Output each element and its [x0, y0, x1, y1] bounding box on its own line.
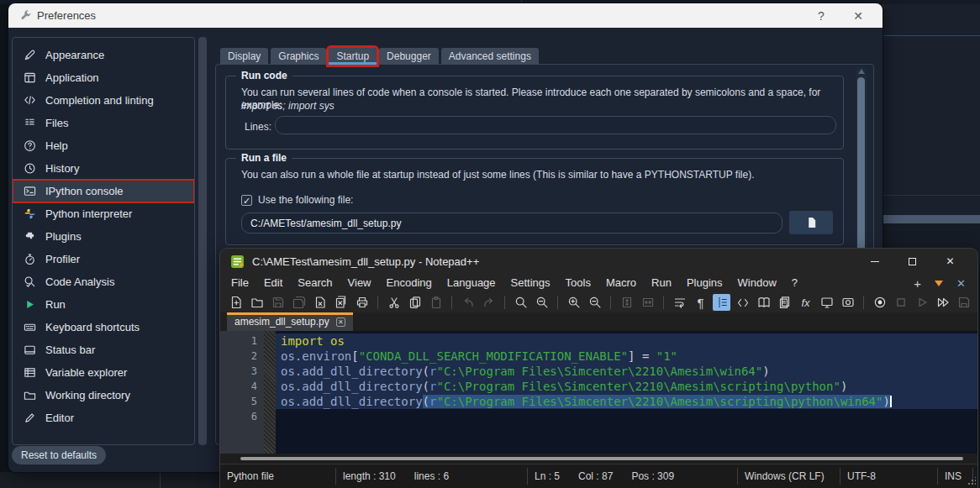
- document-map-icon[interactable]: [755, 294, 772, 311]
- menu-run[interactable]: Run: [644, 274, 679, 292]
- sidebar-item-variable-explorer[interactable]: Variable explorer: [13, 361, 194, 384]
- indent-guide-icon[interactable]: [713, 294, 730, 311]
- dialog-help-button[interactable]: ?: [812, 8, 830, 24]
- plugins-icon: [23, 229, 37, 244]
- horizontal-scrollbar-track[interactable]: [220, 454, 977, 464]
- sidebar-item-label: Editor: [45, 412, 74, 424]
- sidebar-item-editor[interactable]: Editor: [13, 407, 194, 429]
- doc-switcher-icon[interactable]: [839, 294, 856, 311]
- sidebar-item-completion[interactable]: Completion and linting: [13, 89, 194, 112]
- sidebar-item-run[interactable]: Run: [13, 293, 194, 316]
- sidebar-item-appearance[interactable]: Appearance: [13, 44, 194, 66]
- sync-v-scroll-icon: [618, 294, 635, 311]
- preferences-sidebar: AppearanceApplicationCompletion and lint…: [12, 37, 195, 445]
- sidebar-item-application[interactable]: Application: [13, 66, 194, 89]
- status-line: Ln : 5: [535, 468, 560, 485]
- macro-run-multiple-icon[interactable]: [934, 294, 951, 311]
- zoom-in-icon[interactable]: [565, 294, 582, 311]
- status-eol-format[interactable]: Windows (CR LF): [745, 468, 825, 485]
- show-all-chars-icon[interactable]: ¶: [692, 294, 709, 311]
- tab-close-button[interactable]: ✕: [956, 277, 966, 290]
- horizontal-scrollbar-thumb[interactable]: [240, 457, 963, 460]
- replace-icon[interactable]: [533, 294, 551, 311]
- status-position: Pos : 309: [631, 468, 674, 485]
- menu-language[interactable]: Language: [440, 274, 503, 292]
- menu-tools[interactable]: Tools: [558, 274, 598, 292]
- code-line-6: [276, 409, 977, 424]
- menu-edit[interactable]: Edit: [256, 274, 290, 292]
- cut-icon[interactable]: [385, 294, 403, 311]
- use-file-checkbox[interactable]: ✓: [241, 195, 252, 206]
- wrench-icon: [19, 9, 32, 22]
- run-code-example: import os; import sys: [241, 100, 335, 112]
- find-icon[interactable]: [512, 294, 530, 311]
- menu-plugins[interactable]: Plugins: [679, 274, 730, 292]
- menu-macro[interactable]: Macro: [598, 274, 644, 292]
- sidebar-item-profiler[interactable]: Profiler: [13, 248, 194, 270]
- dialog-close-button[interactable]: ✕: [849, 8, 867, 24]
- menu-encoding[interactable]: Encoding: [379, 274, 440, 292]
- tab-debugger[interactable]: Debugger: [379, 48, 439, 65]
- startup-file-path-input[interactable]: [241, 213, 782, 234]
- menu-settings[interactable]: Settings: [503, 274, 558, 292]
- history-icon: [23, 161, 37, 176]
- sidebar-item-files[interactable]: Files: [13, 112, 194, 134]
- browse-file-button[interactable]: [789, 211, 833, 234]
- word-wrap-icon[interactable]: [671, 294, 688, 311]
- menu-window[interactable]: Window: [730, 274, 784, 292]
- notepad-titlebar[interactable]: C:\AMETest\amesim_dll_setup.py - Notepad…: [220, 249, 977, 274]
- background-scrollbar[interactable]: [883, 215, 980, 223]
- maximize-button[interactable]: [893, 249, 931, 274]
- new-file-icon[interactable]: [227, 294, 245, 311]
- use-file-checkbox-row: ✓ Use the following file:: [241, 194, 353, 206]
- sidebar-item-history[interactable]: History: [13, 157, 194, 180]
- tab-graphics[interactable]: Graphics: [271, 48, 326, 65]
- resize-grip[interactable]: [967, 477, 976, 485]
- reset-to-defaults-button[interactable]: Reset to defaults: [12, 446, 106, 464]
- menu-file[interactable]: File: [224, 274, 256, 292]
- new-tab-button[interactable]: +: [914, 276, 921, 291]
- sidebar-item-code-analysis[interactable]: Code Analysis: [13, 270, 194, 293]
- macro-record-icon[interactable]: [871, 294, 888, 311]
- zoom-out-icon[interactable]: [586, 294, 603, 311]
- tab-display[interactable]: Display: [220, 48, 268, 65]
- code-editor[interactable]: 123456 import osos.environ["CONDA_DLL_SE…: [220, 331, 977, 454]
- copy-icon[interactable]: [406, 294, 424, 311]
- sidebar-item-keyboard[interactable]: Keyboard shortcuts: [13, 316, 194, 338]
- open-icon[interactable]: [248, 294, 266, 311]
- function-completion-icon[interactable]: [734, 294, 751, 311]
- sidebar-item-help[interactable]: Help: [13, 134, 194, 157]
- preferences-titlebar[interactable]: Preferences ? ✕: [8, 3, 883, 28]
- scrollbar-up-arrow-icon[interactable]: [858, 69, 865, 74]
- lines-input[interactable]: [275, 116, 836, 134]
- menu-help[interactable]: ?: [784, 274, 805, 292]
- close-doc-icon[interactable]: [311, 294, 329, 311]
- minimize-button[interactable]: [856, 249, 893, 274]
- monitor-icon[interactable]: [818, 294, 835, 311]
- tab-advanced-settings[interactable]: Advanced settings: [441, 48, 539, 65]
- print-icon[interactable]: [353, 294, 371, 311]
- toolbar-separator: [451, 296, 452, 309]
- sidebar-item-working-directory[interactable]: Working directory: [13, 384, 194, 407]
- sidebar-item-label: Keyboard shortcuts: [45, 321, 140, 333]
- sidebar-splitter[interactable]: [198, 37, 207, 445]
- sidebar-item-ipython-console[interactable]: IPython console: [13, 180, 194, 202]
- close-button[interactable]: ✕: [931, 249, 969, 274]
- status-insert-mode[interactable]: INS: [945, 468, 962, 485]
- tab-list-button[interactable]: [935, 281, 943, 286]
- tab-startup[interactable]: Startup: [329, 48, 377, 65]
- close-all-icon[interactable]: [332, 294, 350, 311]
- document-list-icon[interactable]: [776, 294, 793, 311]
- document-tab[interactable]: amesim_dll_setup.py ✕: [227, 312, 353, 331]
- notepad-window-title: C:\AMETest\amesim_dll_setup.py - Notepad…: [252, 255, 479, 268]
- sidebar-item-status-bar[interactable]: Status bar: [13, 338, 194, 361]
- status-encoding[interactable]: UTF-8: [847, 468, 876, 485]
- function-list-icon[interactable]: fx: [797, 294, 814, 311]
- sidebar-item-label: Application: [45, 71, 99, 84]
- menu-search[interactable]: Search: [290, 274, 340, 292]
- sidebar-item-plugins[interactable]: Plugins: [13, 225, 194, 248]
- tabbar-buttons: + ✕: [914, 274, 966, 292]
- sidebar-item-python-interpreter[interactable]: Python interpreter: [13, 202, 194, 225]
- menu-view[interactable]: View: [340, 274, 379, 292]
- document-tab-close-icon[interactable]: ✕: [336, 317, 345, 327]
